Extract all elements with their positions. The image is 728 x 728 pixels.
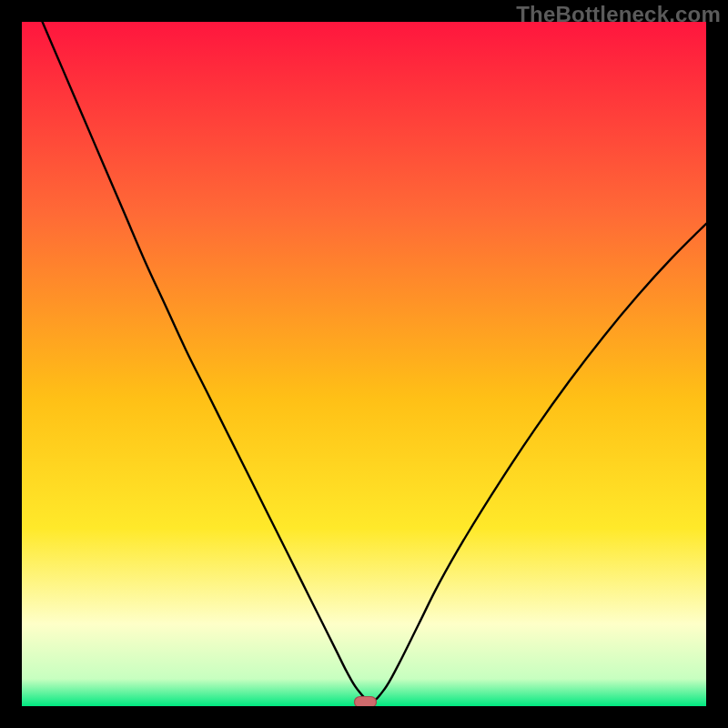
chart-frame: TheBottleneck.com (0, 0, 728, 728)
minimum-marker (355, 696, 377, 706)
plot-area (22, 22, 706, 706)
watermark-text: TheBottleneck.com (516, 2, 721, 27)
chart-svg (22, 22, 706, 706)
gradient-background (22, 22, 706, 706)
